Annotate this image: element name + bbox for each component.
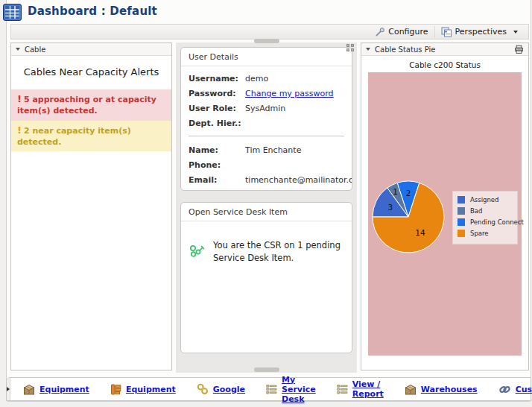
field-value: Tim Enchante	[245, 145, 301, 155]
user-details-header[interactable]: User Details	[181, 48, 352, 66]
chevron-down-icon[interactable]	[513, 31, 518, 34]
capacity-alert-critical: !5 approaching or at capacity item(s) de…	[11, 89, 171, 121]
list-icon	[265, 383, 278, 396]
legend-swatch	[457, 230, 465, 237]
footer-link-equipment[interactable]: Equipment	[110, 383, 176, 396]
cable-panel-title: Cable	[25, 45, 45, 54]
legend-label: Bad	[470, 207, 482, 215]
footer-link-my-service-desk[interactable]: My Service Desk	[265, 375, 316, 404]
collapse-icon[interactable]	[366, 48, 370, 51]
alerts-title: Cables Near Capacity Alerts	[14, 66, 168, 78]
legend-label: Spare	[470, 230, 489, 237]
drag-handle-top[interactable]	[254, 39, 279, 43]
alert-text: 5 approaching or at capacity item(s) det…	[17, 95, 156, 116]
middle-column: User Details Username:demoPassword:Chang…	[176, 42, 357, 373]
legend-item: Pending Connect	[457, 218, 513, 226]
footer-link-label: My Service Desk	[282, 375, 316, 404]
wrench-icon	[375, 27, 385, 37]
dashboard-page: Dashboard : Default Configure Perspectiv…	[0, 0, 532, 407]
legend-item: Spare	[457, 230, 513, 237]
service-desk-card: Open Service Desk Item You are the CSR o…	[180, 202, 352, 353]
footer-links: EquipmentEquipmentGoogleMy Service DeskV…	[10, 378, 532, 400]
pie-chart-area: 21314 AssignedBadPending ConnectSpare	[368, 72, 522, 356]
legend-label: Assigned	[470, 196, 498, 204]
field-label: Password:	[189, 89, 245, 98]
footer-link-label: Google	[213, 385, 245, 394]
footer-links-bar: EquipmentEquipmentGoogleMy Service DeskV…	[6, 377, 531, 401]
pie-panel-header[interactable]: Cable Status Pie	[361, 43, 528, 56]
alert-critical-icon: !	[17, 93, 22, 104]
service-desk-header[interactable]: Open Service Desk Item	[181, 203, 352, 221]
chain-icon	[498, 383, 512, 396]
user-detail-row: Username:demo	[189, 74, 344, 83]
dashboard-grid-icon	[3, 4, 22, 21]
field-label: Email:	[189, 175, 245, 185]
list-icon	[336, 383, 349, 396]
footer-link-label: View / Report	[352, 379, 384, 399]
user-detail-row: Phone:	[189, 160, 344, 170]
legend-label: Pending Connect	[470, 218, 524, 226]
footer-link-view-report[interactable]: View / Report	[336, 379, 384, 399]
legend-swatch	[457, 196, 465, 204]
pie-value-label: 1	[393, 187, 398, 196]
field-label: User Role:	[189, 104, 245, 113]
alert-text: 2 near capacity item(s) detected.	[17, 126, 131, 147]
service-desk-message: You are the CSR on 1 pending Service Des…	[213, 238, 343, 264]
box-icon	[404, 383, 417, 396]
user-detail-row: Dept. Hier.:	[189, 119, 344, 128]
configure-label: Configure	[388, 27, 428, 37]
printer-icon[interactable]	[514, 45, 524, 54]
chart-title: Cable c200 Status	[361, 60, 528, 69]
pie-value-label: 14	[415, 228, 425, 237]
user-details-fields: Username:demoPassword:Change my password…	[181, 66, 352, 191]
app-header: Dashboard : Default	[7, 0, 531, 22]
field-label: Dept. Hier.:	[189, 119, 245, 128]
footer-link-warehouses[interactable]: Warehouses	[404, 383, 478, 396]
pie-legend: AssignedBadPending ConnectSpare	[452, 191, 518, 244]
field-label: Address:	[189, 190, 245, 191]
field-label: Phone:	[189, 160, 245, 170]
service-desk-body: You are the CSR on 1 pending Service Des…	[181, 221, 352, 264]
alerts-list: !5 approaching or at capacity item(s) de…	[11, 89, 171, 151]
top-toolbar: Configure Perspectives	[10, 24, 529, 40]
legend-swatch	[457, 218, 465, 226]
green-tools-icon	[187, 238, 206, 264]
legend-swatch	[457, 207, 465, 215]
pie-panel-title: Cable Status Pie	[375, 45, 435, 54]
user-detail-row: Name:Tim Enchante	[189, 145, 344, 155]
footer-link-google[interactable]: Google	[196, 382, 245, 396]
perspectives-button[interactable]: Perspectives	[434, 26, 524, 38]
perspectives-icon	[441, 27, 452, 37]
main-window: Dashboard : Default Configure Perspectiv…	[6, 0, 531, 402]
configure-button[interactable]: Configure	[369, 26, 434, 38]
footer-link-customercenter[interactable]: CustomerCenter	[498, 383, 532, 396]
change-password-link[interactable]: Change my password	[245, 89, 334, 98]
pie-panel-body: Cable c200 Status 21314 AssignedBadPendi…	[361, 60, 528, 356]
resize-grip-icon[interactable]	[346, 44, 355, 51]
cable-panel-header[interactable]: Cable	[11, 43, 171, 56]
user-detail-row: Address:	[189, 190, 344, 191]
expand-right-icon	[7, 387, 10, 391]
legend-item: Bad	[457, 207, 513, 215]
field-label: Name:	[189, 145, 245, 155]
alert-warning-icon: !	[17, 124, 22, 136]
footer-link-label: Equipment	[126, 385, 176, 394]
footer-link-equipment[interactable]: Equipment	[22, 383, 89, 396]
pie-value-label: 2	[406, 189, 411, 198]
folder-tree-icon	[110, 383, 122, 396]
cable-panel-body: Cables Near Capacity Alerts !5 approachi…	[11, 66, 171, 151]
drag-handle-bottom[interactable]	[254, 367, 279, 372]
section-divider	[189, 136, 344, 136]
perspectives-label: Perspectives	[455, 27, 507, 37]
user-detail-row: Email:timenchante@mailinator.com	[189, 175, 344, 185]
field-value: SysAdmin	[245, 104, 285, 113]
footer-link-label: Warehouses	[421, 385, 478, 394]
box-icon	[22, 383, 36, 396]
gold-tools-icon	[196, 382, 209, 396]
legend-item: Assigned	[457, 196, 513, 204]
field-value: demo	[245, 74, 268, 83]
user-details-card: User Details Username:demoPassword:Chang…	[180, 47, 352, 191]
footer-link-label: CustomerCenter	[516, 385, 532, 394]
collapse-icon[interactable]	[16, 48, 20, 51]
capacity-alert-warning: !2 near capacity item(s) detected.	[11, 121, 171, 152]
